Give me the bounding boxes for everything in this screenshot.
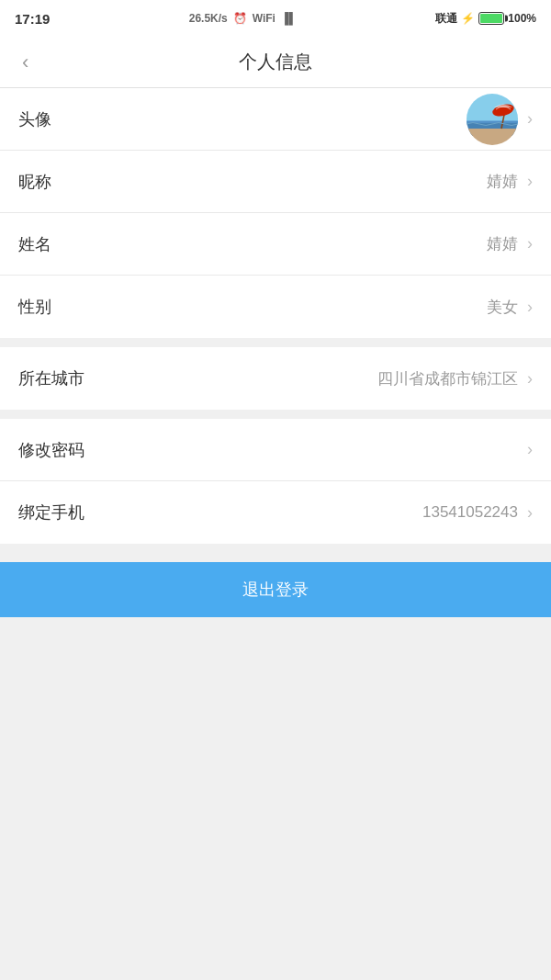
realname-value: 婧婧 [487,233,518,254]
battery-icon [478,12,504,25]
phone-value: 13541052243 [422,503,518,522]
alarm-icon: ⏰ [233,12,247,25]
bottom-area [0,617,551,874]
logout-button[interactable]: 退出登录 [0,562,551,617]
password-row[interactable]: 修改密码 › [0,419,551,481]
signal-icon: ▐▌ [281,12,297,25]
page-title: 个人信息 [239,50,312,74]
phone-row[interactable]: 绑定手机 13541052243 › [0,481,551,544]
avatar-row[interactable]: 头像 › [0,88,551,151]
gender-value: 美女 [487,297,518,318]
gender-label: 性别 [18,296,487,318]
gender-row[interactable]: 性别 美女 › [0,276,551,338]
status-time: 17:19 [15,11,50,27]
nickname-label: 昵称 [18,171,487,193]
back-button[interactable]: ‹ [15,43,36,82]
profile-section-3: 修改密码 › 绑定手机 13541052243 › [0,419,551,544]
realname-row[interactable]: 姓名 婧婧 › [0,213,551,276]
network-speed: 26.5K/s [189,12,228,25]
city-chevron: › [527,369,533,389]
realname-label: 姓名 [18,233,487,255]
gender-chevron: › [527,298,533,317]
avatar-label: 头像 [18,108,467,130]
city-value: 四川省成都市锦江区 [377,368,518,389]
profile-section-1: 头像 › 昵称 婧婧 [0,88,551,338]
divider-3 [0,544,551,553]
nav-bar: ‹ 个人信息 [0,37,551,88]
avatar-chevron: › [527,109,533,129]
divider-1 [0,338,551,347]
nickname-value: 婧婧 [487,171,518,192]
divider-2 [0,410,551,419]
logout-section: 退出登录 [0,562,551,617]
city-row[interactable]: 所在城市 四川省成都市锦江区 › [0,347,551,410]
status-center: 26.5K/s ⏰ WiFi ▐▌ [189,12,297,25]
svg-rect-2 [467,129,518,145]
password-label: 修改密码 [18,439,518,461]
carrier-label: 联通 [435,11,457,27]
realname-chevron: › [527,234,533,253]
charging-icon: ⚡ [461,12,475,25]
nickname-row[interactable]: 昵称 婧婧 › [0,151,551,213]
status-bar: 17:19 26.5K/s ⏰ WiFi ▐▌ 联通 ⚡ 100% [0,0,551,37]
battery-percent: 100% [508,12,536,25]
nickname-chevron: › [527,172,533,191]
phone-chevron: › [527,503,533,523]
city-label: 所在城市 [18,367,377,389]
avatar-image [467,94,518,145]
phone-label: 绑定手机 [18,501,422,524]
profile-section-2: 所在城市 四川省成都市锦江区 › [0,347,551,410]
password-chevron: › [527,440,533,459]
avatar [467,94,518,145]
wifi-icon: WiFi [253,12,276,25]
status-right: 联通 ⚡ 100% [435,11,536,27]
